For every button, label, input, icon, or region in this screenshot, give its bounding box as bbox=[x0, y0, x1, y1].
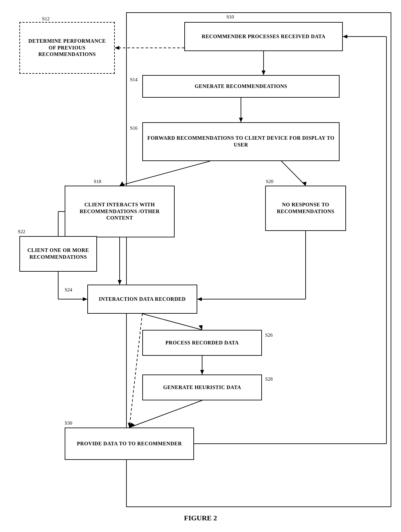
box-s10: RECOMMENDER PROCESSES RECEIVED DATA bbox=[184, 22, 343, 51]
svg-marker-5 bbox=[120, 181, 125, 186]
label-s22: S22 bbox=[18, 229, 25, 234]
box-s28-text: GENERATE HEURISTIC DATA bbox=[163, 384, 241, 391]
label-s20: S20 bbox=[266, 179, 273, 184]
box-s14-text: GENERATE RECOMMENDEATIONS bbox=[195, 83, 287, 90]
box-s26: PROCESS RECORDED DATA bbox=[142, 330, 262, 356]
box-s26-text: PROCESS RECORDED DATA bbox=[166, 340, 239, 346]
label-s28: S28 bbox=[265, 376, 273, 382]
label-s18: S18 bbox=[94, 179, 101, 184]
box-s18: CLIENT INTERACTS WITH RECOMMENDATIONS /O… bbox=[65, 186, 175, 237]
box-s22: CLIENT ONE OR MORE RECOMMENDATIONS bbox=[19, 236, 97, 272]
label-s30: S30 bbox=[65, 420, 72, 426]
box-s18-text: CLIENT INTERACTS WITH RECOMMENDATIONS /O… bbox=[69, 201, 170, 222]
label-s12: S12 bbox=[42, 16, 49, 22]
svg-marker-33 bbox=[115, 46, 119, 50]
label-s10: S10 bbox=[226, 14, 234, 20]
box-s22-text: CLIENT ONE OR MORE RECOMMENDATIONS bbox=[24, 247, 92, 261]
box-s16-text: FORWARD RECOMMENDATIONS TO CLIENT DEVICE… bbox=[147, 135, 335, 148]
box-s20-text: NO RESPONSE TO RECOMMENDATIONS bbox=[270, 201, 341, 215]
box-s30-text: PROVIDE DATA TO TO RECOMMENDER bbox=[77, 440, 182, 447]
box-s30: PROVIDE DATA TO TO RECOMMENDER bbox=[65, 428, 194, 460]
box-s12: DETERMINE PERFORMANCE OF PREVIOUS RECOMM… bbox=[19, 22, 115, 74]
box-s24: INTERACTION DATA RECORDED bbox=[87, 285, 197, 314]
box-s24-text: INTERACTION DATA RECORDED bbox=[99, 296, 186, 303]
box-s16: FORWARD RECOMMENDATIONS TO CLIENT DEVICE… bbox=[142, 122, 340, 161]
label-s16: S16 bbox=[130, 125, 137, 131]
diagram-container: DETERMINE PERFORMANCE OF PREVIOUS RECOMM… bbox=[0, 0, 401, 532]
svg-marker-16 bbox=[118, 280, 122, 285]
box-s20: NO RESPONSE TO RECOMMENDATIONS bbox=[265, 186, 346, 231]
label-s24: S24 bbox=[65, 287, 72, 293]
box-s10-text: RECOMMENDER PROCESSES RECEIVED DATA bbox=[202, 33, 326, 40]
box-s12-text: DETERMINE PERFORMANCE OF PREVIOUS RECOMM… bbox=[24, 38, 110, 58]
label-s14: S14 bbox=[130, 77, 137, 82]
box-s28: GENERATE HEURISTIC DATA bbox=[142, 375, 262, 400]
label-s26: S26 bbox=[265, 332, 273, 338]
figure-caption: FIGURE 2 bbox=[0, 514, 401, 522]
box-s14: GENERATE RECOMMENDEATIONS bbox=[142, 75, 340, 98]
svg-marker-14 bbox=[83, 297, 87, 301]
